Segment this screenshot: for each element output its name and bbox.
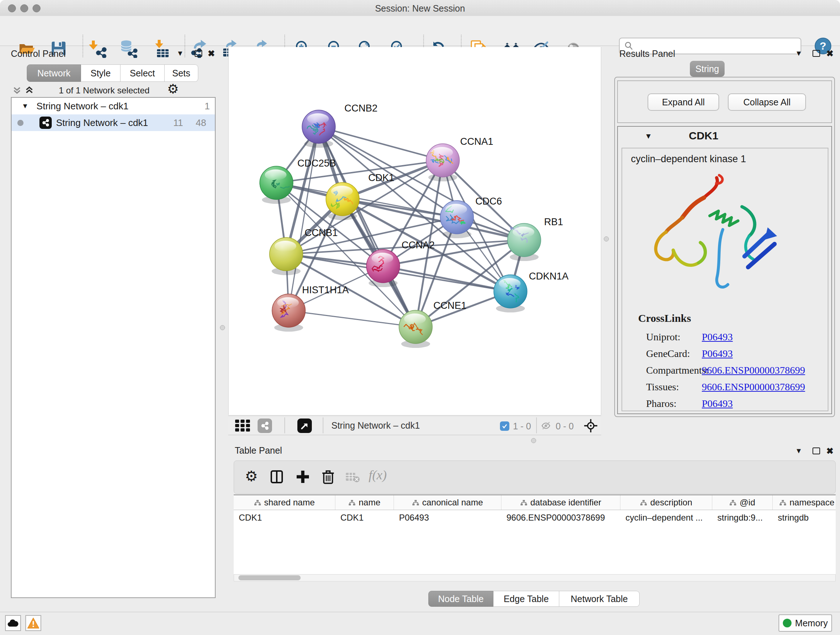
column-header-name[interactable]: name: [335, 495, 394, 510]
close-panel-icon[interactable]: ✖: [208, 49, 215, 59]
crosslink-label: Compartments:: [646, 364, 702, 376]
crosslink-value-link[interactable]: P06493: [702, 331, 733, 343]
add-column-button[interactable]: [295, 470, 310, 486]
column-header-namespace[interactable]: namespace: [773, 495, 836, 510]
expand-all-button[interactable]: Expand All: [647, 93, 719, 111]
table-row[interactable]: CDK1CDK1P064939606.ENSP00000378699cyclin…: [234, 510, 836, 525]
table-cell[interactable]: stringdb:9...: [712, 510, 773, 525]
table-options-gear-icon[interactable]: ⚙: [245, 470, 258, 483]
string-network-graph: CCNB2CCNA1CDC25BCDK1CDC6RB1CCNB1CCNA2CDK…: [229, 47, 601, 414]
network-node-hist1h1a[interactable]: [272, 294, 305, 332]
results-panel-title: Results Panel: [619, 49, 675, 59]
node-label: CDC25B: [297, 158, 336, 169]
network-node-ccne1[interactable]: [399, 310, 432, 348]
crosslink-value-link[interactable]: P06493: [702, 398, 733, 409]
show-columns-button[interactable]: [270, 470, 284, 486]
tab-node-table[interactable]: Node Table: [428, 591, 493, 607]
float-panel-icon[interactable]: [813, 50, 820, 57]
node-label: RB1: [544, 217, 563, 227]
tab-network[interactable]: Network: [27, 65, 81, 82]
function-builder-button[interactable]: f(x): [369, 467, 387, 483]
network-view-badge[interactable]: [257, 418, 272, 433]
tab-sets[interactable]: Sets: [164, 65, 198, 82]
warnings-button[interactable]: [25, 615, 41, 631]
show-grid-button[interactable]: [235, 420, 251, 434]
node-label: CCNB2: [344, 103, 378, 114]
cloud-status-button[interactable]: [5, 615, 21, 631]
birds-eye-toggle-button[interactable]: [583, 418, 598, 435]
collapse-panel-icon[interactable]: ▼: [795, 49, 802, 57]
float-panel-icon[interactable]: [813, 448, 820, 454]
tree-expander-icon[interactable]: ▼: [22, 102, 28, 110]
network-edge[interactable]: [289, 310, 416, 327]
left-splitter-handle[interactable]: [220, 325, 225, 330]
crosslink-value-link[interactable]: 9606.ENSP00000378699: [702, 381, 805, 393]
viewbar-separator: [284, 417, 285, 433]
network-node-cdc25b[interactable]: [260, 166, 293, 204]
column-header-description[interactable]: description: [621, 495, 712, 510]
network-name: String Network – cdk1: [56, 117, 148, 128]
network-node-ccna2[interactable]: [366, 249, 400, 287]
column-header-shared-name[interactable]: shared name: [234, 495, 335, 510]
memory-button[interactable]: Memory: [778, 614, 832, 632]
tab-string[interactable]: String: [690, 61, 725, 77]
selected-checkbox-icon[interactable]: [500, 421, 509, 431]
expand-all-networks-icon[interactable]: [11, 85, 22, 98]
float-panel-icon[interactable]: [195, 50, 202, 57]
network-collection-row[interactable]: ▼ String Network – cdk1 1: [11, 98, 215, 114]
gene-details: cyclin–dependent kinase 1: [622, 148, 829, 411]
network-node-cdk1[interactable]: [326, 182, 359, 220]
network-view-canvas[interactable]: CCNB2CCNA1CDC25BCDK1CDC6RB1CCNB1CCNA2CDK…: [228, 47, 601, 415]
network-node-count: 11: [173, 117, 183, 128]
tab-edge-table[interactable]: Edge Table: [493, 591, 559, 607]
collapse-all-networks-icon[interactable]: [24, 85, 35, 98]
table-horizontal-scrollbar[interactable]: [234, 574, 836, 581]
collapse-panel-icon[interactable]: ▼: [795, 447, 802, 455]
collapse-panel-icon[interactable]: ▼: [177, 49, 184, 57]
crosslink-value-link[interactable]: 9606.ENSP00000378699: [702, 364, 805, 376]
hidden-eye-icon: [540, 421, 552, 433]
table-cell[interactable]: CDK1: [335, 510, 394, 525]
detach-view-button[interactable]: [297, 418, 312, 433]
network-node-cdc6[interactable]: [440, 201, 474, 238]
network-row-selected[interactable]: String Network – cdk1 11 48: [11, 114, 215, 131]
collapse-entry-icon[interactable]: ▼: [645, 132, 652, 141]
delete-column-button[interactable]: [321, 469, 335, 487]
column-header-canonical-name[interactable]: canonical name: [394, 495, 501, 510]
network-node-ccna1[interactable]: [426, 144, 459, 181]
delete-table-button[interactable]: [346, 472, 360, 485]
table-cell[interactable]: P06493: [394, 510, 501, 525]
collapse-all-button[interactable]: Collapse All: [728, 93, 806, 111]
right-splitter-handle[interactable]: [604, 236, 609, 241]
column-header--id[interactable]: @id: [712, 495, 773, 510]
column-tree-icon: [520, 499, 527, 506]
network-edge[interactable]: [383, 266, 510, 291]
network-edge[interactable]: [289, 127, 319, 310]
control-panel-title: Control Panel: [11, 49, 65, 59]
table-cell[interactable]: stringdb: [773, 510, 836, 525]
scrollbar-thumb[interactable]: [238, 575, 301, 580]
table-cell[interactable]: cyclin–dependent ...: [621, 510, 712, 525]
tab-style[interactable]: Style: [81, 65, 120, 82]
hidden-counts: 0 - 0: [556, 421, 574, 432]
table-cell[interactable]: CDK1: [234, 510, 335, 525]
column-header-database-identifier[interactable]: database identifier: [501, 495, 621, 510]
network-node-ccnb2[interactable]: [302, 110, 335, 148]
bottom-splitter-handle[interactable]: [531, 438, 536, 443]
close-panel-icon[interactable]: ✖: [826, 49, 834, 59]
tab-network-table[interactable]: Network Table: [559, 591, 639, 607]
close-panel-icon[interactable]: ✖: [826, 446, 834, 456]
network-edge[interactable]: [319, 127, 524, 240]
main-toolbar: ?: [0, 16, 840, 46]
crosslink-value-link[interactable]: P06493: [702, 348, 733, 359]
table-cell[interactable]: 9606.ENSP00000378699: [501, 510, 621, 525]
network-node-rb1[interactable]: [508, 223, 541, 261]
network-node-ccnb1[interactable]: [270, 238, 303, 275]
network-options-gear-icon[interactable]: ⚙: [167, 82, 179, 96]
network-node-cdkn1a[interactable]: [494, 275, 527, 312]
column-header-label: shared name: [264, 497, 315, 508]
gene-description: cyclin–dependent kinase 1: [631, 154, 746, 165]
tab-select[interactable]: Select: [120, 65, 164, 82]
collection-count: 1: [205, 101, 210, 112]
column-tree-icon: [640, 499, 647, 506]
